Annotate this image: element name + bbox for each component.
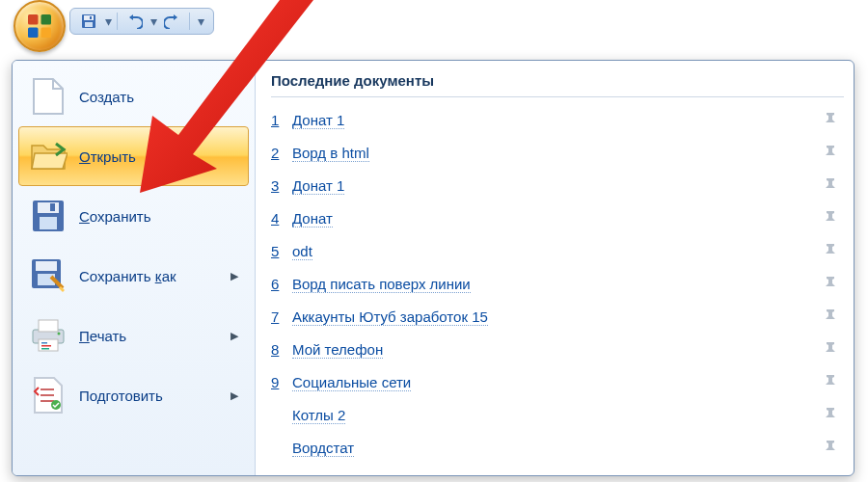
svg-rect-0: [28, 14, 39, 25]
pin-icon[interactable]: [823, 111, 844, 129]
recent-document-name: Котлы 2: [292, 407, 823, 423]
svg-rect-19: [41, 342, 47, 344]
recent-document-item[interactable]: Котлы 2: [271, 398, 844, 431]
svg-rect-20: [41, 345, 51, 347]
recent-document-name: Вордстат: [292, 440, 823, 456]
open-folder-icon: [29, 137, 68, 175]
recent-document-number: 7: [271, 308, 292, 325]
submenu-arrow-icon: ▶: [231, 330, 238, 342]
redo-icon: [164, 13, 181, 29]
recent-document-item[interactable]: 1Донат 1: [271, 103, 844, 136]
save-button[interactable]: [76, 11, 101, 32]
submenu-arrow-icon: ▶: [231, 389, 238, 402]
menu-item-open[interactable]: Открыть: [18, 126, 249, 186]
menu-item-save[interactable]: Сохранить: [18, 186, 249, 246]
recent-document-name: Ворд писать поверх линии: [292, 276, 823, 292]
recent-document-name: Донат 1: [292, 177, 823, 194]
recent-document-item[interactable]: 2Ворд в html: [271, 136, 844, 169]
menu-item-label: Подготовить: [79, 388, 163, 404]
separator: [189, 13, 190, 30]
svg-rect-6: [85, 22, 93, 27]
pin-icon[interactable]: [823, 406, 844, 424]
redo-button[interactable]: [160, 11, 185, 32]
recent-document-name: Аккаунты Ютуб заработок 15: [292, 308, 823, 325]
pin-icon[interactable]: [823, 275, 844, 293]
recent-document-item[interactable]: 7Аккаунты Ютуб заработок 15: [271, 300, 844, 333]
svg-point-18: [58, 333, 61, 335]
svg-rect-21: [41, 348, 49, 350]
menu-item-save-as[interactable]: Сохранить как ▶: [18, 246, 249, 306]
menu-item-prepare[interactable]: Подготовить ▶: [18, 365, 249, 425]
svg-rect-2: [28, 28, 39, 39]
svg-rect-9: [38, 202, 59, 213]
recent-document-item[interactable]: 9Социальные сети: [271, 365, 844, 398]
svg-rect-1: [41, 14, 52, 25]
prepare-icon: [29, 376, 68, 415]
recent-documents-title: Последние документы: [271, 72, 844, 97]
recent-document-number: 1: [271, 112, 292, 128]
recent-document-number: 2: [271, 145, 292, 161]
recent-document-item[interactable]: 3Донат 1: [271, 169, 844, 201]
pin-icon[interactable]: [823, 340, 844, 359]
menu-item-label: Сохранить: [79, 208, 151, 225]
recent-document-item[interactable]: Вордстат: [271, 431, 844, 464]
svg-rect-5: [84, 15, 94, 20]
recent-document-item[interactable]: 5odt: [271, 234, 844, 267]
menu-item-label: Создать: [79, 89, 134, 105]
pin-icon[interactable]: [823, 144, 844, 162]
recent-document-number: 8: [271, 341, 292, 358]
submenu-arrow-icon: ▶: [231, 270, 238, 282]
recent-document-item[interactable]: 4Донат: [271, 201, 844, 234]
undo-icon: [125, 13, 143, 29]
qat-customize[interactable]: ▾: [194, 13, 207, 29]
menu-item-label: Печать: [79, 328, 126, 344]
save-icon: [81, 13, 96, 29]
office-logo-icon: [25, 12, 54, 40]
save-dropdown[interactable]: ▾: [103, 13, 113, 29]
save-icon: [29, 197, 68, 235]
pin-icon[interactable]: [823, 242, 844, 260]
undo-dropdown[interactable]: ▾: [149, 13, 158, 29]
recent-document-number: 9: [271, 374, 292, 390]
recent-document-number: 5: [271, 243, 292, 259]
svg-rect-3: [41, 28, 52, 39]
new-document-icon: [29, 77, 68, 116]
office-button[interactable]: [14, 0, 66, 52]
recent-document-name: Донат: [292, 210, 823, 227]
pin-icon[interactable]: [823, 373, 844, 391]
save-as-icon: [29, 256, 68, 295]
menu-item-label: Открыть: [79, 148, 136, 165]
quick-access-toolbar: ▾ ▾ ▾: [69, 8, 214, 35]
print-icon: [29, 316, 68, 355]
recent-document-number: 3: [271, 177, 292, 194]
recent-documents-panel: Последние документы 1Донат 12Ворд в html…: [256, 61, 854, 475]
undo-button[interactable]: [122, 11, 147, 32]
recent-document-item[interactable]: 8Мой телефон: [271, 333, 844, 365]
recent-document-name: Ворд в html: [292, 145, 823, 161]
menu-item-label: Сохранить как: [79, 268, 176, 284]
svg-rect-13: [36, 261, 57, 271]
recent-document-item[interactable]: 6Ворд писать поверх линии: [271, 267, 844, 300]
pin-icon[interactable]: [823, 308, 844, 326]
office-menu: Создать Открыть Сохранить: [12, 60, 854, 476]
recent-document-number: 4: [271, 210, 292, 227]
svg-rect-7: [90, 16, 92, 19]
svg-rect-16: [39, 320, 58, 332]
pin-icon[interactable]: [823, 176, 844, 195]
recent-document-number: 6: [271, 276, 292, 292]
recent-document-name: Мой телефон: [292, 341, 823, 358]
pin-icon[interactable]: [823, 209, 844, 228]
svg-rect-10: [40, 217, 57, 229]
menu-commands: Создать Открыть Сохранить: [13, 61, 256, 475]
recent-document-name: Донат 1: [292, 112, 823, 128]
menu-item-print[interactable]: Печать ▶: [18, 306, 249, 365]
svg-rect-11: [50, 203, 55, 211]
pin-icon[interactable]: [823, 439, 844, 457]
recent-document-name: Социальные сети: [292, 374, 823, 390]
menu-item-new[interactable]: Создать: [18, 67, 249, 126]
separator: [117, 13, 118, 30]
recent-documents-list: 1Донат 12Ворд в html3Донат 14Донат5odt6В…: [271, 103, 844, 464]
recent-document-name: odt: [292, 243, 823, 259]
